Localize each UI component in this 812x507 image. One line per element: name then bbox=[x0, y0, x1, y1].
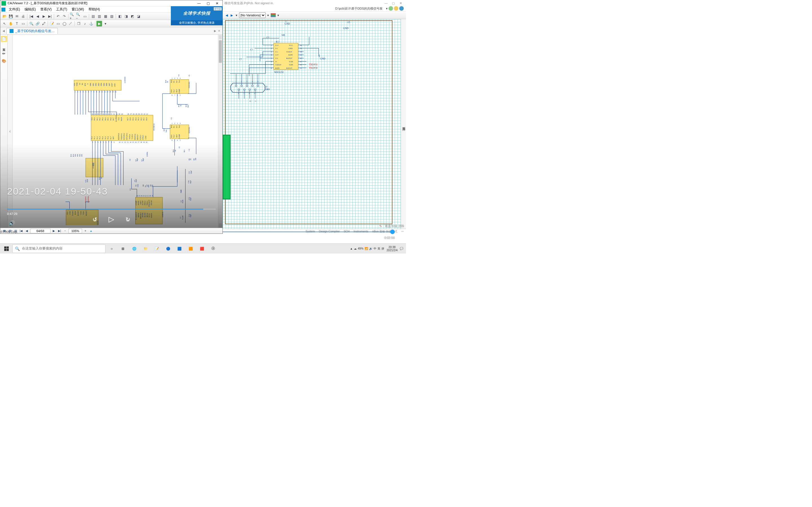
tb-first[interactable]: |◀ bbox=[29, 13, 34, 19]
doc-tab[interactable]: _基于DDS的共模信号发… bbox=[6, 28, 58, 34]
status-upload[interactable]: ▲ bbox=[89, 229, 93, 233]
page-last[interactable]: ▶| bbox=[57, 229, 62, 233]
cnki-banner[interactable]: 全球学术快报 移动版 bbox=[171, 6, 223, 20]
menu-view[interactable]: 查看(V) bbox=[38, 6, 54, 12]
menu-window[interactable]: 窗口(W) bbox=[69, 6, 86, 12]
status-panels[interactable]: nBus 面板 快捷方式 bbox=[372, 230, 397, 233]
status-instruments[interactable]: Instruments bbox=[354, 230, 368, 233]
page-next[interactable]: ▶ bbox=[52, 229, 56, 233]
document-canvas[interactable]: STC89C52 4×4键盘 AD9835 MAX232 NE5534A NE5… bbox=[13, 35, 218, 228]
tray-wifi-icon[interactable]: 📶 bbox=[364, 247, 368, 250]
sidebar-page-panel[interactable]: 📄 bbox=[1, 36, 7, 42]
pencil-icon[interactable]: ✎ bbox=[379, 224, 382, 228]
tb-color[interactable] bbox=[271, 13, 276, 17]
app-generic4[interactable]: 🟥 bbox=[197, 244, 207, 253]
altium-maximize[interactable]: ▢ bbox=[390, 1, 397, 5]
tb-mail[interactable]: ✉ bbox=[14, 13, 20, 19]
app-generic1[interactable]: 🔵 bbox=[163, 244, 173, 253]
tb-3d[interactable]: ❒ bbox=[76, 21, 82, 26]
tb-layout2[interactable]: ▥ bbox=[96, 13, 102, 19]
ime-lang3[interactable]: 拼 bbox=[382, 247, 384, 251]
app-edge[interactable]: 🌐 bbox=[129, 244, 139, 253]
tb-anchor[interactable]: ⚓ bbox=[88, 21, 94, 26]
tb-green[interactable]: ▶ bbox=[96, 21, 102, 26]
app-generic3[interactable]: 🟧 bbox=[186, 244, 196, 253]
video-progress[interactable] bbox=[7, 209, 216, 210]
taskbar-search[interactable]: 🔍 在这里输入你要搜索的内容 bbox=[12, 244, 105, 253]
tb-layout3[interactable]: ▦ bbox=[103, 13, 108, 19]
tb-music[interactable]: ♪ bbox=[82, 21, 88, 26]
tb-layout1[interactable]: ▤ bbox=[90, 13, 96, 19]
battery-level[interactable]: 49% bbox=[358, 247, 363, 250]
app-notepad[interactable]: 📝 bbox=[152, 244, 162, 253]
nav-fwd-icon[interactable] bbox=[394, 6, 398, 11]
page-prev[interactable]: ◀ bbox=[24, 229, 29, 233]
app-generic2[interactable]: 🟦 bbox=[174, 244, 185, 253]
tray-volume-icon[interactable]: 🔊 bbox=[369, 247, 372, 250]
window-minimize[interactable]: — bbox=[195, 1, 203, 6]
tb-left[interactable]: ◀ bbox=[224, 13, 229, 17]
nav-back-icon[interactable] bbox=[389, 6, 393, 11]
collapse-handle[interactable]: ‹ bbox=[8, 35, 13, 228]
ime-lang1[interactable]: 中 bbox=[373, 247, 376, 251]
tb-redo[interactable]: ↷ bbox=[61, 13, 67, 19]
tb-dd2[interactable]: ▾ bbox=[267, 13, 269, 17]
tb-more[interactable]: ▾ bbox=[103, 21, 108, 26]
variation-select[interactable]: [No Variations] bbox=[239, 12, 266, 18]
tb-right[interactable]: ▶ bbox=[230, 13, 234, 17]
zoom-field[interactable] bbox=[68, 229, 82, 233]
zoom-out[interactable]: − bbox=[63, 229, 67, 233]
sidebar-edit-panel[interactable]: ✏ bbox=[1, 50, 7, 57]
page-field[interactable] bbox=[30, 229, 50, 233]
tb-prev[interactable]: ◀ bbox=[35, 13, 40, 19]
tb-misc3[interactable]: ◩ bbox=[130, 13, 135, 19]
page-first[interactable]: |◀ bbox=[19, 229, 23, 233]
tb-misc1[interactable]: ◧ bbox=[117, 13, 123, 19]
tb-highlight[interactable]: 🖍 bbox=[41, 21, 47, 26]
scroll-thumb[interactable] bbox=[219, 40, 222, 63]
nav-home-icon[interactable] bbox=[399, 6, 404, 11]
tb-search[interactable]: 🔍 bbox=[29, 21, 34, 26]
tb-dd1[interactable]: ▾ bbox=[236, 13, 238, 17]
tb-hand[interactable]: ✋ bbox=[8, 21, 13, 26]
tb-dd3[interactable]: ▾ bbox=[277, 13, 279, 17]
altium-side-panel[interactable]: 剪贴板 库 bbox=[401, 19, 406, 229]
tb-note[interactable]: 📝 bbox=[49, 21, 55, 26]
tray-cloud-icon[interactable]: ☁ bbox=[354, 247, 357, 250]
tab-close[interactable]: ✕ bbox=[218, 29, 220, 33]
tb-zoomout[interactable]: 🔍− bbox=[76, 13, 82, 19]
menu-tools[interactable]: 工具(T) bbox=[54, 6, 69, 12]
tb-misc4[interactable]: ◪ bbox=[136, 13, 141, 19]
scroll-up[interactable] bbox=[219, 35, 222, 39]
tb-next[interactable]: ▶ bbox=[41, 13, 47, 19]
tb-misc2[interactable]: ◨ bbox=[123, 13, 129, 19]
tray-expand[interactable]: ▲ bbox=[350, 247, 353, 250]
status-sch[interactable]: SCH bbox=[344, 230, 350, 233]
status-designcompiler[interactable]: Design Compiler bbox=[319, 230, 340, 233]
window-maximize[interactable]: ▢ bbox=[204, 1, 212, 6]
tb-undo[interactable]: ↶ bbox=[55, 13, 61, 19]
status-extra[interactable]: 遮盖等级 清除 bbox=[385, 224, 404, 228]
tb-last[interactable]: ▶| bbox=[47, 13, 53, 19]
altium-minimize[interactable]: — bbox=[382, 1, 390, 5]
menu-edit[interactable]: 编辑(E) bbox=[22, 6, 38, 12]
tray-datetime[interactable]: 20:38 2021/2/4 bbox=[386, 245, 399, 252]
tab-scroll-left[interactable]: ◀ bbox=[3, 29, 5, 33]
tb-print[interactable]: 🖨 bbox=[20, 13, 26, 19]
status-more[interactable]: >> bbox=[401, 230, 404, 233]
start-button[interactable] bbox=[2, 245, 11, 252]
tb-save[interactable]: 💾 bbox=[8, 13, 13, 19]
tb-text[interactable]: T bbox=[14, 21, 20, 26]
zoom-in[interactable]: + bbox=[83, 229, 88, 233]
tb-circle[interactable]: ◯ bbox=[61, 21, 67, 26]
tb-fit[interactable]: ▭ bbox=[82, 13, 88, 19]
menu-file[interactable]: 文件(E) bbox=[6, 6, 22, 12]
ime-lang2[interactable]: 英 bbox=[377, 247, 380, 251]
status-system[interactable]: System bbox=[306, 230, 315, 233]
sidebar-color-panel[interactable]: 🎨 bbox=[1, 58, 7, 64]
app-altium[interactable]: Ⓐ bbox=[208, 244, 218, 253]
cortana-icon[interactable]: ○ bbox=[107, 244, 117, 253]
menu-help[interactable]: 帮助(H) bbox=[86, 6, 102, 12]
tb-line[interactable]: ／ bbox=[68, 21, 73, 26]
tb-layout4[interactable]: ▧ bbox=[109, 13, 114, 19]
